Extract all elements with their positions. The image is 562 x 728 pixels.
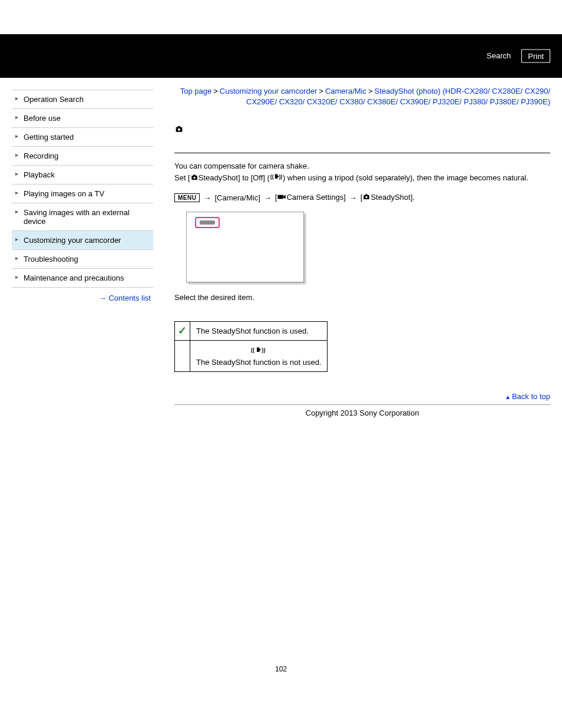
option-on-desc: The SteadyShot function is used.: [190, 321, 328, 340]
breadcrumb-camera-mic[interactable]: Camera/Mic: [325, 87, 366, 95]
sidebar: Operation Search Before use Getting star…: [0, 78, 153, 417]
page-title-area: [174, 125, 550, 135]
breadcrumb: Top page>Customizing your camcorder>Came…: [174, 86, 550, 107]
camera-settings-icon: [277, 193, 286, 202]
breadcrumb-customizing[interactable]: Customizing your camcorder: [220, 87, 317, 95]
nav-recording[interactable]: Recording: [12, 147, 153, 166]
options-table: ✓ The SteadyShot function is used. (()) …: [174, 321, 328, 372]
nav-troubleshooting[interactable]: Troubleshooting: [12, 250, 153, 269]
set-text: Set [SteadyShot] to [Off] ((())) when us…: [174, 172, 550, 185]
screen-illustration: [186, 212, 304, 282]
arrow-icon: →: [349, 193, 357, 202]
nav-saving-external[interactable]: Saving images with an external device: [12, 203, 153, 231]
arrow-icon: →: [264, 193, 272, 202]
triangle-up-icon: ▲: [505, 394, 511, 400]
menu-highlight-icon: [195, 217, 220, 228]
breadcrumb-top[interactable]: Top page: [180, 87, 212, 95]
main-content: Top page>Customizing your camcorder>Came…: [153, 78, 562, 417]
check-icon: ✓: [178, 325, 187, 337]
menu-button-icon: MENU: [174, 193, 200, 202]
page-number: 102: [0, 665, 562, 685]
search-button[interactable]: Search: [481, 50, 517, 63]
camera-icon: [362, 193, 371, 202]
step-text: Select the desired item.: [174, 292, 550, 304]
back-to-top-link[interactable]: ▲Back to top: [174, 392, 550, 401]
path-camera-settings: [Camera Settings]: [275, 193, 346, 202]
table-row: ✓ The SteadyShot function is used.: [175, 321, 328, 340]
svg-text:((: ((: [270, 174, 274, 180]
option-off-icon-cell: [175, 340, 190, 371]
nav-customizing[interactable]: Customizing your camcorder: [12, 231, 153, 250]
top-bar: Search Print: [0, 34, 562, 78]
print-button[interactable]: Print: [521, 50, 550, 63]
svg-rect-4: [278, 195, 283, 199]
body-text: You can compensate for camera shake. Set…: [174, 160, 550, 185]
svg-text:)): )): [279, 174, 282, 180]
divider: [174, 404, 550, 405]
nav-operation-search[interactable]: Operation Search: [12, 90, 153, 109]
camera-icon: [190, 173, 199, 185]
nav-before-use[interactable]: Before use: [12, 109, 153, 128]
option-off-cell: (()) The SteadyShot function is not used…: [190, 340, 328, 371]
table-row: (()) The SteadyShot function is not used…: [175, 340, 328, 371]
nav-maintenance[interactable]: Maintenance and precautions: [12, 269, 153, 288]
divider: [174, 153, 550, 153]
svg-point-1: [193, 177, 196, 179]
svg-point-5: [366, 196, 368, 199]
path-camera-mic: [Camera/Mic]: [214, 193, 260, 202]
copyright-text: Copyright 2013 Sony Corporation: [174, 409, 550, 417]
path-steadyshot: [SteadyShot].: [361, 193, 415, 202]
nav-playback[interactable]: Playback: [12, 166, 153, 185]
steadyshot-off-icon: (()): [251, 348, 266, 357]
menu-path: MENU → [Camera/Mic] → [Camera Settings] …: [174, 193, 550, 202]
option-on-icon-cell: ✓: [175, 321, 190, 340]
svg-text:((: ((: [251, 347, 255, 353]
steadyshot-off-icon: (()): [270, 172, 283, 185]
camera-icon: [174, 126, 184, 135]
nav-playing-tv[interactable]: Playing images on a TV: [12, 185, 153, 203]
svg-point-0: [178, 129, 180, 131]
arrow-right-icon: →: [98, 294, 106, 302]
option-off-desc: The SteadyShot function is not used.: [196, 358, 321, 367]
intro-text: You can compensate for camera shake.: [174, 160, 550, 172]
arrow-icon: →: [203, 193, 211, 202]
nav-list: Operation Search Before use Getting star…: [12, 90, 153, 288]
svg-text:)): )): [262, 347, 266, 353]
nav-getting-started[interactable]: Getting started: [12, 128, 153, 147]
contents-list-link[interactable]: →Contents list: [12, 294, 153, 302]
